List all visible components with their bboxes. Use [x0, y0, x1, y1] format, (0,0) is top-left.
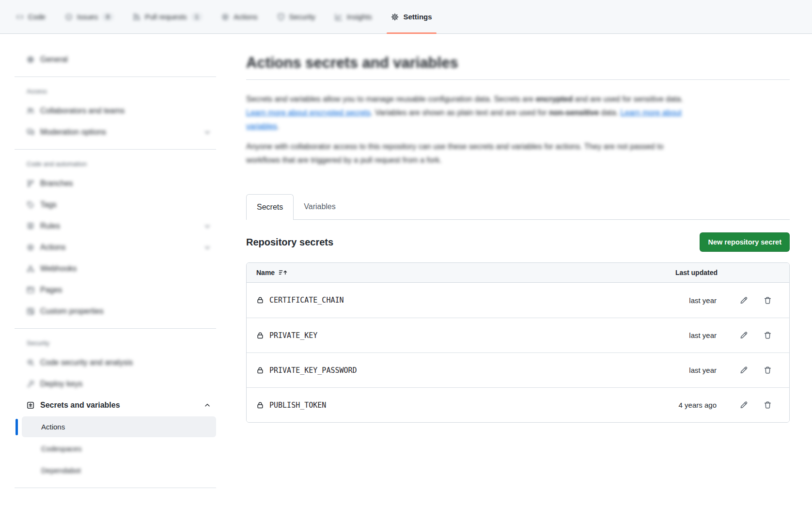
intro-segment: Secrets and variables allow you to manag… [246, 95, 536, 103]
sort-ascending-icon [279, 269, 288, 276]
intro-paragraph-1: Secrets and variables allow you to manag… [246, 92, 697, 133]
secret-row: PRIVATE_KEY_PASSWORD last year [247, 352, 789, 387]
lock-icon [256, 332, 264, 339]
sidebar-item-deploy-keys[interactable]: Deploy keys [22, 373, 216, 394]
edit-secret-button[interactable] [740, 401, 748, 409]
sidebar-item-secrets-and-variables[interactable]: Secrets and variables [22, 395, 216, 415]
key-icon [27, 380, 34, 388]
code-icon [16, 13, 24, 21]
sidebar-item-label: Tags [40, 200, 57, 209]
delete-secret-button[interactable] [764, 401, 772, 409]
sidebar-subitem-label: Codespaces [41, 444, 81, 453]
sidebar-item-custom-properties[interactable]: Custom properties [22, 301, 216, 321]
edit-secret-button[interactable] [740, 296, 748, 305]
tab-variables[interactable]: Variables [294, 194, 346, 219]
intro-segment: . [277, 122, 279, 130]
secret-row: CERTIFICATE_CHAIN last year [247, 283, 789, 318]
sidebar-subitem-dependabot[interactable]: Dependabot [22, 460, 216, 481]
tab-code-label: Code [28, 13, 46, 21]
sidebar-item-branches[interactable]: Branches [22, 173, 216, 194]
custom-properties-icon [27, 307, 34, 315]
sidebar-item-label: Branches [40, 179, 73, 188]
git-pull-request-icon [133, 13, 141, 21]
sidebar-item-general[interactable]: General [22, 49, 216, 70]
main-content: Actions secrets and variables Secrets an… [223, 34, 812, 520]
tab-issues[interactable]: Issues 8 [58, 0, 121, 33]
secret-name-cell: PRIVATE_KEY [256, 331, 317, 340]
tag-icon [27, 201, 34, 209]
sidebar-item-label: Pages [40, 286, 62, 294]
shield-icon [277, 13, 285, 21]
trash-icon [764, 366, 772, 374]
sidebar-item-label: Deploy keys [40, 380, 82, 388]
comment-discussion-icon [27, 128, 34, 136]
pull-requests-count-badge: 1 [191, 13, 203, 21]
new-repository-secret-button[interactable]: New repository secret [700, 232, 790, 252]
tab-secrets[interactable]: Secrets [246, 194, 294, 220]
name-column-header[interactable]: Name [256, 269, 288, 276]
sidebar-item-webhooks[interactable]: Webhooks [22, 258, 216, 279]
sidebar-item-tags[interactable]: Tags [22, 194, 216, 215]
delete-secret-button[interactable] [764, 331, 772, 339]
secret-name: PUBLISH_TOKEN [269, 401, 326, 410]
repository-secrets-heading: Repository secrets [246, 237, 333, 248]
tab-actions[interactable]: Actions [214, 0, 265, 33]
secret-name: CERTIFICATE_CHAIN [269, 296, 344, 305]
intro-bold-non-sensitive: non-sensitive [549, 108, 599, 117]
secrets-variables-tabnav: Secrets Variables [246, 194, 790, 220]
lock-icon [256, 401, 264, 409]
trash-icon [764, 401, 772, 409]
name-header-label: Name [256, 269, 275, 276]
sidebar-item-pages[interactable]: Pages [22, 279, 216, 300]
sidebar-item-code-security[interactable]: Code security and analysis [22, 352, 216, 373]
rules-book-icon [27, 222, 34, 230]
page-title-text: Actions secrets and variables [246, 54, 458, 71]
play-circle-icon [27, 244, 34, 251]
tab-insights[interactable]: Insights [328, 0, 379, 33]
chevron-down-icon [203, 244, 211, 251]
delete-secret-button[interactable] [764, 296, 772, 305]
last-updated-column-header: Last updated [675, 269, 718, 276]
settings-sidebar: General Access Collaborators and teams M… [0, 34, 223, 520]
secret-asterisk-icon [27, 401, 34, 409]
sidebar-subitem-codespaces[interactable]: Codespaces [22, 438, 216, 459]
sidebar-divider [15, 328, 216, 329]
tab-settings[interactable]: Settings [384, 0, 439, 33]
edit-secret-button[interactable] [740, 331, 748, 339]
secret-name-cell: PUBLISH_TOKEN [256, 401, 326, 410]
sidebar-item-label: Rules [40, 222, 60, 230]
intro-paragraph-2: Anyone with collaborator access to this … [246, 140, 697, 167]
sidebar-subitem-actions[interactable]: Actions [22, 416, 216, 437]
pencil-icon [740, 366, 748, 374]
chevron-down-icon [203, 222, 211, 230]
secrets-table: Name Last updated CERTIFICATE_CHAIN last… [246, 262, 790, 423]
tab-security[interactable]: Security [270, 0, 323, 33]
browser-icon [27, 286, 34, 294]
secrets-table-header: Name Last updated [247, 263, 789, 283]
gear-icon [27, 56, 34, 63]
page-title: Actions secrets and variables [246, 53, 790, 80]
tab-settings-label: Settings [403, 13, 432, 21]
sidebar-subitem-label: Dependabot [41, 466, 81, 474]
lock-icon [256, 367, 264, 374]
git-branch-icon [27, 180, 34, 187]
sidebar-subitem-label: Actions [41, 423, 65, 431]
link-encrypted-secrets[interactable]: Learn more about encrypted secrets [246, 108, 371, 117]
tab-pull-requests[interactable]: Pull requests 1 [125, 0, 209, 33]
edit-secret-button[interactable] [740, 366, 748, 374]
sidebar-divider [15, 76, 216, 77]
sidebar-item-actions[interactable]: Actions [22, 237, 216, 258]
sidebar-item-label: Webhooks [40, 264, 77, 273]
secret-updated: last year [689, 296, 717, 305]
delete-secret-button[interactable] [764, 366, 772, 374]
sidebar-item-label: Actions [40, 243, 65, 252]
sidebar-divider [15, 488, 216, 488]
tab-code[interactable]: Code [9, 0, 53, 33]
sidebar-item-collaborators[interactable]: Collaborators and teams [22, 100, 216, 121]
codescan-icon [27, 359, 34, 367]
tab-pull-requests-label: Pull requests [145, 13, 187, 21]
pencil-icon [740, 296, 748, 305]
sidebar-item-moderation-options[interactable]: Moderation options [22, 122, 216, 142]
sidebar-item-rules[interactable]: Rules [22, 215, 216, 236]
intro-segment: . Variables are shown as plain text and … [371, 108, 549, 117]
